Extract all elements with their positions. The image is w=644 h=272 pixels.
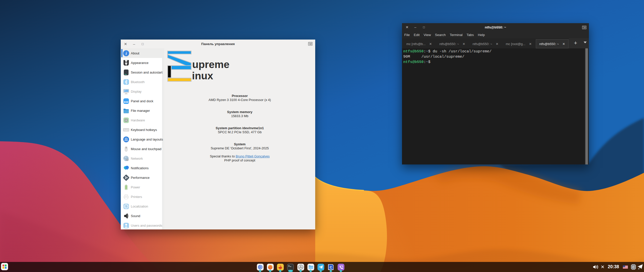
svg-text:C: C [632,265,635,269]
svg-text:C: C [330,265,332,269]
svg-text:upreme: upreme [192,59,229,70]
svg-text:inux: inux [192,70,213,82]
svg-text:i: i [126,51,127,56]
